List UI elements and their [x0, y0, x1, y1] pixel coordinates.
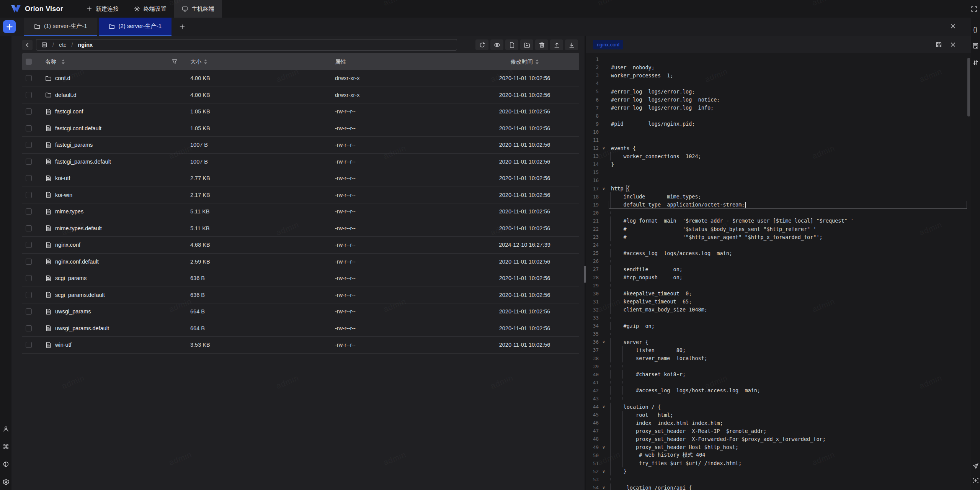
- file-name[interactable]: nginx.conf: [55, 242, 80, 248]
- code-line-20[interactable]: 20: [586, 209, 971, 217]
- eye-icon[interactable]: [490, 39, 503, 50]
- open-file-chip[interactable]: nginx.conf: [593, 40, 623, 49]
- row-checkbox[interactable]: [26, 192, 32, 198]
- refresh-icon[interactable]: [475, 39, 488, 50]
- table-row[interactable]: uwsgi_params 664 B -rw-r--r-- 2020-11-01…: [22, 303, 579, 320]
- file-name[interactable]: conf.d: [55, 75, 70, 81]
- code-line-40[interactable]: 40 #charset koi8-r;: [586, 370, 971, 379]
- new-terminal-button[interactable]: [3, 20, 16, 33]
- code-line-43[interactable]: 43: [586, 395, 971, 403]
- sort-mtime-icon[interactable]: [536, 59, 539, 64]
- file-name[interactable]: koi-win: [55, 192, 72, 198]
- code-line-3[interactable]: 3worker_processes 1;: [586, 71, 971, 79]
- code-line-13[interactable]: 13 worker_connections 1024;: [586, 152, 971, 160]
- code-line-34[interactable]: 34 #gzip on;: [586, 322, 971, 330]
- breadcrumb-segment[interactable]: nginx: [78, 42, 93, 48]
- menu-item-terminal-settings[interactable]: 终端设置: [126, 0, 174, 18]
- code-line-30[interactable]: 30 #keepalive_timeout 0;: [586, 290, 971, 298]
- code-line-2[interactable]: 2#user nobody;: [586, 63, 971, 71]
- fold-chevron-icon[interactable]: ∨: [599, 146, 609, 151]
- row-checkbox[interactable]: [26, 175, 32, 181]
- code-line-5[interactable]: 5#error_log logs/error.log;: [586, 87, 971, 95]
- terminal-tab-2[interactable]: (2) server-生产-1: [99, 18, 172, 36]
- code-line-52[interactable]: 52∨ }: [586, 467, 971, 475]
- code-line-47[interactable]: 47 proxy_set_header X-Real-IP $remote_ad…: [586, 427, 971, 435]
- file-name[interactable]: uwsgi_params: [55, 308, 91, 315]
- code-line-42[interactable]: 42 #access_log logs/host.access.log main…: [586, 387, 971, 395]
- code-line-51[interactable]: 51 try_files $uri $uri/ /index.html;: [586, 459, 971, 467]
- code-line-23[interactable]: 23 # '"$http_user_agent" "$http_x_forwar…: [586, 233, 971, 241]
- code-line-11[interactable]: 11: [586, 136, 971, 144]
- new-file-icon[interactable]: [505, 39, 518, 50]
- breadcrumb[interactable]: /etc/nginx: [36, 39, 457, 51]
- add-tab-icon[interactable]: [179, 24, 185, 30]
- breadcrumb-segment[interactable]: etc: [59, 42, 66, 48]
- table-row[interactable]: nginx.conf.default 2.59 KB -rw-r--r-- 20…: [22, 254, 579, 270]
- code-line-4[interactable]: 4: [586, 79, 971, 87]
- row-checkbox[interactable]: [26, 342, 32, 348]
- new-folder-icon[interactable]: [520, 39, 533, 50]
- command-icon[interactable]: [3, 443, 9, 450]
- screenshot-icon[interactable]: [972, 477, 979, 484]
- code-line-24[interactable]: 24: [586, 241, 971, 249]
- root-directory-icon[interactable]: [41, 42, 47, 48]
- code-line-26[interactable]: 26: [586, 257, 971, 265]
- user-icon[interactable]: [3, 426, 9, 432]
- code-line-45[interactable]: 45 root html;: [586, 411, 971, 419]
- select-all-checkbox[interactable]: [26, 59, 32, 65]
- sort-name-icon[interactable]: [62, 59, 65, 64]
- table-row[interactable]: koi-win 2.17 KB -rw-r--r-- 2020-11-01 10…: [22, 187, 579, 204]
- editor-scrollbar[interactable]: [967, 58, 970, 116]
- code-line-46[interactable]: 46 index index.html index.htm;: [586, 419, 971, 427]
- code-line-44[interactable]: 44∨ location / {: [586, 403, 971, 411]
- code-line-12[interactable]: 12∨events {: [586, 144, 971, 152]
- theme-icon[interactable]: [3, 461, 9, 467]
- code-line-19[interactable]: 19 default_type application/octet-stream…: [586, 201, 971, 209]
- table-row[interactable]: default.d 4.00 KB drwxr-xr-x 2020-11-01 …: [22, 87, 579, 104]
- table-row[interactable]: fastcgi.conf.default 1.05 KB -rw-r--r-- …: [22, 120, 579, 137]
- file-name[interactable]: mime.types: [55, 208, 83, 215]
- row-checkbox[interactable]: [26, 325, 32, 331]
- file-name[interactable]: fastcgi_params.default: [55, 159, 111, 165]
- filter-icon[interactable]: [172, 59, 178, 65]
- code-line-41[interactable]: 41: [586, 379, 971, 387]
- table-row[interactable]: conf.d 4.00 KB drwxr-xr-x 2020-11-01 10:…: [22, 70, 579, 87]
- code-line-8[interactable]: 8: [586, 112, 971, 120]
- code-line-35[interactable]: 35: [586, 330, 971, 338]
- file-name[interactable]: koi-utf: [55, 175, 70, 181]
- file-name[interactable]: default.d: [55, 92, 77, 98]
- download-icon[interactable]: [565, 39, 578, 50]
- table-row[interactable]: scgi_params.default 636 B -rw-r--r-- 202…: [22, 287, 579, 304]
- fold-chevron-icon[interactable]: ∨: [599, 186, 609, 191]
- table-row[interactable]: fastcgi_params 1007 B -rw-r--r-- 2020-11…: [22, 137, 579, 154]
- code-line-17[interactable]: 17∨http {: [586, 185, 971, 193]
- terminal-tab-1[interactable]: (1) server-生产-1: [24, 18, 97, 36]
- code-line-48[interactable]: 48 proxy_set_header X-Forwarded-For $pro…: [586, 435, 971, 443]
- fold-chevron-icon[interactable]: ∨: [599, 469, 609, 474]
- table-row[interactable]: uwsgi_params.default 664 B -rw-r--r-- 20…: [22, 320, 579, 337]
- row-checkbox[interactable]: [26, 259, 32, 265]
- fold-chevron-icon[interactable]: ∨: [599, 404, 609, 409]
- sort-size-icon[interactable]: [204, 59, 207, 64]
- settings-icon[interactable]: [3, 479, 9, 485]
- code-line-32[interactable]: 32 client_max_body_size 1048m;: [586, 306, 971, 314]
- code-line-31[interactable]: 31 keepalive_timeout 65;: [586, 298, 971, 306]
- code-line-16[interactable]: 16: [586, 176, 971, 184]
- back-icon[interactable]: [22, 40, 33, 50]
- row-checkbox[interactable]: [26, 142, 32, 148]
- trash-icon[interactable]: [535, 39, 548, 50]
- file-name[interactable]: scgi_params.default: [55, 292, 105, 298]
- code-line-53[interactable]: 53: [586, 475, 971, 483]
- file-name[interactable]: mime.types.default: [55, 225, 102, 231]
- code-line-18[interactable]: 18 include mime.types;: [586, 193, 971, 201]
- code-line-15[interactable]: 15: [586, 168, 971, 176]
- save-icon[interactable]: [936, 41, 942, 48]
- code-line-14[interactable]: 14}: [586, 160, 971, 168]
- row-checkbox[interactable]: [26, 275, 32, 281]
- file-name[interactable]: fastcgi.conf: [55, 108, 83, 115]
- code-line-39[interactable]: 39: [586, 362, 971, 370]
- row-checkbox[interactable]: [26, 108, 32, 115]
- file-name[interactable]: fastcgi.conf.default: [55, 125, 101, 131]
- close-editor-icon[interactable]: [950, 41, 956, 48]
- code-line-1[interactable]: 1: [586, 55, 971, 63]
